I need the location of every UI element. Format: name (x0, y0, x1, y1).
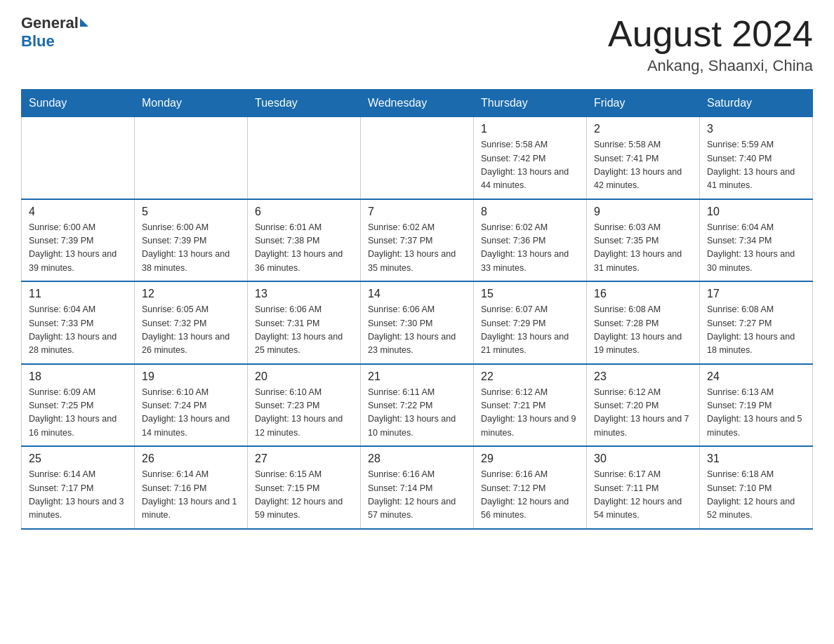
calendar-cell: 19Sunrise: 6:10 AM Sunset: 7:24 PM Dayli… (135, 364, 248, 447)
day-info: Sunrise: 5:58 AM Sunset: 7:41 PM Dayligh… (594, 138, 692, 193)
day-number: 11 (29, 288, 127, 300)
logo-general-text: General (21, 14, 79, 32)
day-number: 9 (594, 206, 692, 218)
day-info: Sunrise: 6:14 AM Sunset: 7:16 PM Dayligh… (142, 468, 240, 523)
day-number: 19 (142, 370, 240, 383)
day-number: 29 (481, 452, 579, 465)
day-number: 1 (481, 123, 579, 135)
calendar-cell: 12Sunrise: 6:05 AM Sunset: 7:32 PM Dayli… (135, 281, 248, 364)
day-info: Sunrise: 6:08 AM Sunset: 7:27 PM Dayligh… (707, 303, 805, 358)
calendar-week-row: 1Sunrise: 5:58 AM Sunset: 7:42 PM Daylig… (22, 117, 813, 199)
location-text: Ankang, Shaanxi, China (608, 57, 813, 75)
day-header-thursday: Thursday (474, 90, 587, 117)
day-info: Sunrise: 6:07 AM Sunset: 7:29 PM Dayligh… (481, 303, 579, 358)
calendar-cell: 26Sunrise: 6:14 AM Sunset: 7:16 PM Dayli… (135, 446, 248, 529)
day-header-saturday: Saturday (700, 90, 813, 117)
day-number: 25 (29, 452, 127, 465)
day-info: Sunrise: 6:15 AM Sunset: 7:15 PM Dayligh… (255, 468, 353, 523)
day-info: Sunrise: 6:04 AM Sunset: 7:34 PM Dayligh… (707, 221, 805, 276)
page-header: General Blue August 2024 Ankang, Shaanxi… (21, 14, 813, 75)
day-number: 31 (707, 452, 805, 465)
calendar-week-row: 4Sunrise: 6:00 AM Sunset: 7:39 PM Daylig… (22, 199, 813, 282)
calendar-cell: 16Sunrise: 6:08 AM Sunset: 7:28 PM Dayli… (587, 281, 700, 364)
calendar-cell: 27Sunrise: 6:15 AM Sunset: 7:15 PM Dayli… (248, 446, 361, 529)
day-number: 7 (368, 206, 466, 218)
calendar-cell: 25Sunrise: 6:14 AM Sunset: 7:17 PM Dayli… (22, 446, 135, 529)
day-number: 23 (594, 370, 692, 383)
calendar-cell: 21Sunrise: 6:11 AM Sunset: 7:22 PM Dayli… (361, 364, 474, 447)
day-header-monday: Monday (135, 90, 248, 117)
day-number: 12 (142, 288, 240, 300)
day-number: 21 (368, 370, 466, 383)
calendar-week-row: 25Sunrise: 6:14 AM Sunset: 7:17 PM Dayli… (22, 446, 813, 529)
calendar-week-row: 11Sunrise: 6:04 AM Sunset: 7:33 PM Dayli… (22, 281, 813, 364)
day-info: Sunrise: 6:03 AM Sunset: 7:35 PM Dayligh… (594, 221, 692, 276)
day-info: Sunrise: 6:01 AM Sunset: 7:38 PM Dayligh… (255, 221, 353, 276)
calendar-table: SundayMondayTuesdayWednesdayThursdayFrid… (21, 89, 813, 530)
calendar-cell: 6Sunrise: 6:01 AM Sunset: 7:38 PM Daylig… (248, 199, 361, 282)
day-number: 4 (29, 206, 127, 218)
month-title: August 2024 (608, 14, 813, 54)
day-header-tuesday: Tuesday (248, 90, 361, 117)
day-number: 28 (368, 452, 466, 465)
calendar-week-row: 18Sunrise: 6:09 AM Sunset: 7:25 PM Dayli… (22, 364, 813, 447)
title-block: August 2024 Ankang, Shaanxi, China (608, 14, 813, 75)
day-info: Sunrise: 6:16 AM Sunset: 7:12 PM Dayligh… (481, 468, 579, 523)
day-info: Sunrise: 6:18 AM Sunset: 7:10 PM Dayligh… (707, 468, 805, 523)
day-info: Sunrise: 6:04 AM Sunset: 7:33 PM Dayligh… (29, 303, 127, 358)
day-number: 16 (594, 288, 692, 300)
calendar-cell: 30Sunrise: 6:17 AM Sunset: 7:11 PM Dayli… (587, 446, 700, 529)
calendar-cell: 13Sunrise: 6:06 AM Sunset: 7:31 PM Dayli… (248, 281, 361, 364)
calendar-cell: 2Sunrise: 5:58 AM Sunset: 7:41 PM Daylig… (587, 117, 700, 199)
day-number: 10 (707, 206, 805, 218)
calendar-cell (361, 117, 474, 199)
day-number: 22 (481, 370, 579, 383)
day-number: 20 (255, 370, 353, 383)
calendar-cell: 29Sunrise: 6:16 AM Sunset: 7:12 PM Dayli… (474, 446, 587, 529)
calendar-cell: 5Sunrise: 6:00 AM Sunset: 7:39 PM Daylig… (135, 199, 248, 282)
day-number: 14 (368, 288, 466, 300)
calendar-cell: 15Sunrise: 6:07 AM Sunset: 7:29 PM Dayli… (474, 281, 587, 364)
day-info: Sunrise: 6:10 AM Sunset: 7:23 PM Dayligh… (255, 386, 353, 441)
calendar-cell: 14Sunrise: 6:06 AM Sunset: 7:30 PM Dayli… (361, 281, 474, 364)
day-number: 3 (707, 123, 805, 135)
day-info: Sunrise: 6:10 AM Sunset: 7:24 PM Dayligh… (142, 386, 240, 441)
day-info: Sunrise: 6:00 AM Sunset: 7:39 PM Dayligh… (142, 221, 240, 276)
day-number: 18 (29, 370, 127, 383)
day-number: 15 (481, 288, 579, 300)
day-info: Sunrise: 6:00 AM Sunset: 7:39 PM Dayligh… (29, 221, 127, 276)
calendar-cell: 8Sunrise: 6:02 AM Sunset: 7:36 PM Daylig… (474, 199, 587, 282)
calendar-cell (248, 117, 361, 199)
calendar-header-row: SundayMondayTuesdayWednesdayThursdayFrid… (22, 90, 813, 117)
day-number: 6 (255, 206, 353, 218)
day-info: Sunrise: 6:13 AM Sunset: 7:19 PM Dayligh… (707, 386, 805, 441)
logo: General Blue (21, 14, 88, 51)
day-info: Sunrise: 6:08 AM Sunset: 7:28 PM Dayligh… (594, 303, 692, 358)
day-info: Sunrise: 6:12 AM Sunset: 7:21 PM Dayligh… (481, 386, 579, 441)
day-info: Sunrise: 6:02 AM Sunset: 7:37 PM Dayligh… (368, 221, 466, 276)
calendar-cell: 7Sunrise: 6:02 AM Sunset: 7:37 PM Daylig… (361, 199, 474, 282)
day-number: 26 (142, 452, 240, 465)
day-info: Sunrise: 6:02 AM Sunset: 7:36 PM Dayligh… (481, 221, 579, 276)
day-number: 2 (594, 123, 692, 135)
calendar-cell: 1Sunrise: 5:58 AM Sunset: 7:42 PM Daylig… (474, 117, 587, 199)
calendar-cell: 28Sunrise: 6:16 AM Sunset: 7:14 PM Dayli… (361, 446, 474, 529)
calendar-cell (22, 117, 135, 199)
calendar-cell: 22Sunrise: 6:12 AM Sunset: 7:21 PM Dayli… (474, 364, 587, 447)
day-header-friday: Friday (587, 90, 700, 117)
logo-triangle-icon (80, 18, 88, 27)
day-info: Sunrise: 6:09 AM Sunset: 7:25 PM Dayligh… (29, 386, 127, 441)
day-number: 24 (707, 370, 805, 383)
calendar-cell: 3Sunrise: 5:59 AM Sunset: 7:40 PM Daylig… (700, 117, 813, 199)
calendar-cell: 11Sunrise: 6:04 AM Sunset: 7:33 PM Dayli… (22, 281, 135, 364)
day-info: Sunrise: 6:11 AM Sunset: 7:22 PM Dayligh… (368, 386, 466, 441)
calendar-cell: 24Sunrise: 6:13 AM Sunset: 7:19 PM Dayli… (700, 364, 813, 447)
day-number: 17 (707, 288, 805, 300)
calendar-cell (135, 117, 248, 199)
day-header-sunday: Sunday (22, 90, 135, 117)
day-info: Sunrise: 6:17 AM Sunset: 7:11 PM Dayligh… (594, 468, 692, 523)
calendar-cell: 31Sunrise: 6:18 AM Sunset: 7:10 PM Dayli… (700, 446, 813, 529)
day-header-wednesday: Wednesday (361, 90, 474, 117)
day-number: 5 (142, 206, 240, 218)
calendar-cell: 20Sunrise: 6:10 AM Sunset: 7:23 PM Dayli… (248, 364, 361, 447)
